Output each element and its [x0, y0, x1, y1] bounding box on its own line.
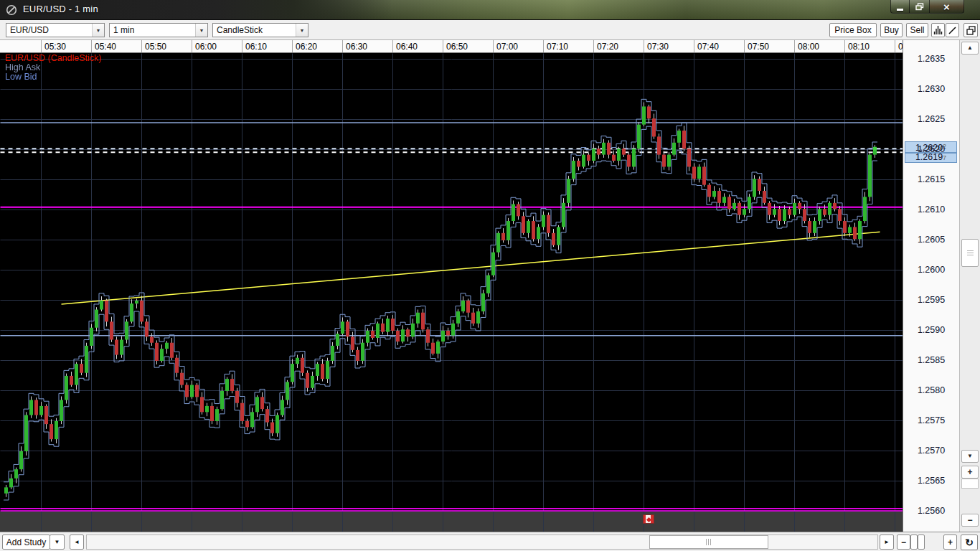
plus-icon: + — [967, 468, 972, 476]
chevron-down-icon: ▼ — [92, 24, 104, 37]
price-tick-label: 1.2590 — [903, 325, 959, 335]
time-tick-label: 07:50 — [748, 42, 769, 52]
close-button[interactable]: × — [930, 0, 964, 14]
price-tick-label: 1.2605 — [903, 235, 959, 245]
time-tick — [141, 40, 142, 53]
price-box-button[interactable]: Price Box — [829, 23, 877, 37]
time-tick-label: 08:10 — [848, 42, 870, 52]
vertical-zoom-in-button[interactable]: + — [961, 466, 979, 479]
vertical-scrollbar: ▲ ▼ + − — [959, 40, 980, 532]
legend-low-bid-label: Low Bid — [5, 72, 102, 82]
right-arrow-icon: ► — [884, 540, 890, 545]
time-tick — [91, 40, 92, 53]
time-tick-label: 07:10 — [547, 42, 568, 52]
interval-value: 1 min — [113, 25, 134, 35]
horizontal-zoom-cell[interactable] — [910, 534, 918, 550]
buy-button[interactable]: Buy — [880, 23, 903, 37]
left-arrow-icon: ◄ — [74, 540, 80, 545]
chevron-down-icon: ▼ — [195, 24, 207, 37]
vertical-zoom-thumb[interactable] — [961, 479, 979, 489]
time-tick-label: 07:00 — [496, 42, 518, 52]
time-tick — [292, 40, 293, 53]
trendline-tool-icon[interactable] — [946, 23, 959, 37]
time-tick — [895, 40, 895, 53]
chart-type-select[interactable]: CandleStick ▼ — [212, 23, 308, 37]
reset-zoom-button[interactable]: ↻ — [961, 534, 978, 550]
scroll-down-button[interactable]: ▼ — [961, 450, 979, 463]
price-tick-label: 1.2615 — [903, 174, 959, 184]
price-tick-label: 1.2610 — [903, 204, 959, 215]
price-tick-label: 1.2635 — [903, 54, 959, 64]
current-bid-badge: 1.26197 — [905, 153, 957, 163]
cascade-windows-icon[interactable] — [963, 23, 978, 37]
thumb-grip — [967, 250, 974, 256]
chart-plot: EUR/USD (CandleStick) High Ask Low Bid — [0, 53, 903, 532]
time-tick-label: 06:20 — [296, 42, 317, 52]
title-bar: EUR/USD - 1 min × — [0, 0, 980, 20]
canada-flag-news-icon[interactable] — [643, 514, 654, 524]
scroll-up-button[interactable]: ▲ — [961, 42, 979, 55]
scroll-right-button[interactable]: ► — [880, 534, 894, 550]
candlestick-chart-canvas[interactable] — [0, 53, 903, 532]
minimize-button[interactable] — [890, 0, 910, 14]
minimize-icon — [897, 9, 903, 11]
price-tick-label: 1.2630 — [903, 84, 959, 94]
window-controls: × — [890, 0, 964, 14]
down-arrow-icon: ▼ — [967, 453, 973, 459]
minus-icon: − — [967, 516, 972, 524]
price-tick-label: 1.2600 — [903, 265, 959, 275]
time-tick-label: 06:40 — [396, 42, 418, 52]
maple-leaf-glyph — [646, 517, 651, 522]
horizontal-zoom-in-button[interactable]: + — [943, 534, 957, 550]
horizontal-zoom-thumb[interactable] — [918, 534, 925, 550]
price-tick-label: 1.2625 — [903, 114, 959, 124]
time-tick-label: 07:30 — [647, 42, 669, 52]
chevron-down-icon: ▼ — [55, 540, 60, 545]
time-tick — [242, 40, 242, 53]
time-tick-label: 05:40 — [95, 42, 116, 52]
price-axis[interactable]: 1.26202 1.26197 1.26351.26301.26251.2620… — [903, 40, 959, 532]
symbol-value: EUR/USD — [10, 25, 49, 35]
price-tick-label: 1.2580 — [903, 385, 959, 395]
time-tick-label: 06:10 — [245, 42, 267, 52]
bottom-bar: Add Study ▼ ◄ ► − + ↻ — [0, 532, 980, 551]
up-arrow-icon: ▲ — [967, 45, 973, 51]
add-study-button[interactable]: Add Study — [2, 534, 50, 550]
chart-type-value: CandleStick — [217, 25, 263, 35]
price-tick-label: 1.2565 — [903, 476, 959, 486]
time-axis[interactable]: 05:3005:4005:5006:0006:1006:2006:3006:40… — [0, 40, 903, 53]
time-tick — [41, 40, 42, 53]
time-tick-label: 06:30 — [346, 42, 367, 52]
chart-legend: EUR/USD (CandleStick) High Ask Low Bid — [5, 54, 102, 82]
market-depth-icon[interactable] — [931, 23, 945, 37]
vertical-scroll-thumb[interactable] — [961, 239, 979, 267]
restore-button[interactable] — [910, 0, 930, 14]
time-tick — [443, 40, 443, 53]
time-tick-label: 05:30 — [44, 42, 66, 52]
interval-select[interactable]: 1 min ▼ — [109, 23, 208, 37]
sell-button[interactable]: Sell — [906, 23, 928, 37]
reset-icon: ↻ — [965, 537, 974, 548]
horizontal-scroll-thumb[interactable] — [649, 535, 768, 549]
vertical-zoom-out-button[interactable]: − — [961, 514, 979, 527]
time-tick — [794, 40, 795, 53]
app-logo-icon[interactable] — [6, 4, 17, 16]
close-icon: × — [943, 1, 950, 12]
price-tick-label: 1.2595 — [903, 295, 959, 305]
horizontal-scroll-track[interactable] — [86, 534, 878, 550]
add-study-dropdown-button[interactable]: ▼ — [50, 534, 65, 550]
price-tick-label: 1.2570 — [903, 446, 959, 456]
time-tick-label: 06:00 — [195, 42, 217, 52]
scroll-left-button[interactable]: ◄ — [70, 534, 84, 550]
time-tick — [493, 40, 494, 53]
time-tick — [342, 40, 343, 53]
restore-icon — [915, 3, 924, 11]
time-tick — [593, 40, 594, 53]
chart-main: 05:3005:4005:5006:0006:1006:2006:3006:40… — [0, 40, 980, 532]
symbol-select[interactable]: EUR/USD ▼ — [6, 23, 105, 37]
time-tick — [192, 40, 192, 53]
chevron-down-icon: ▼ — [296, 24, 308, 37]
horizontal-zoom-out-button[interactable]: − — [897, 534, 910, 550]
time-tick — [644, 40, 644, 53]
time-tick-label: 07:40 — [697, 42, 719, 52]
